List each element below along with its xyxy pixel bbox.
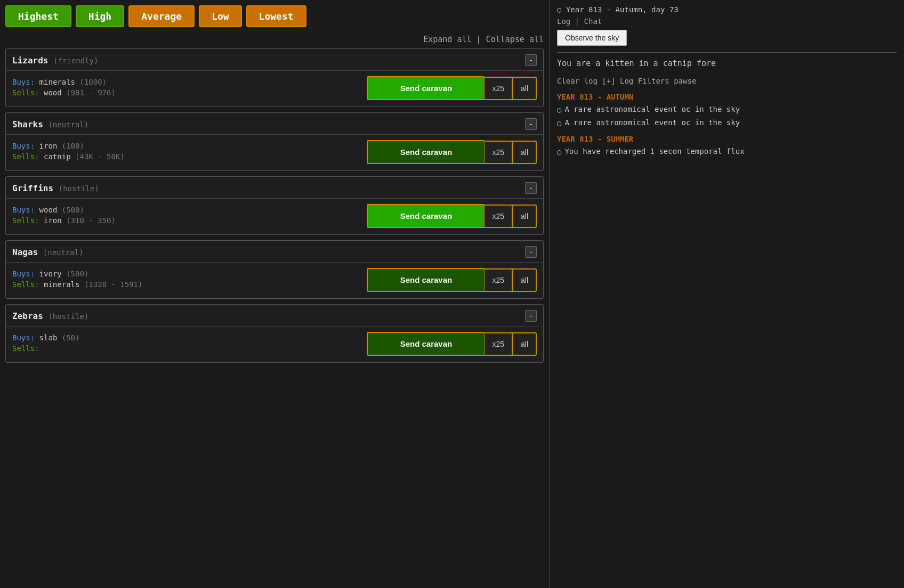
log-filters-link[interactable]: [+] Log Filters xyxy=(602,77,669,85)
race-actions: Send caravanx25all xyxy=(367,140,537,164)
race-header-sharks: Sharks (neutral)- xyxy=(6,113,543,135)
expand-collapse-bar: Expand all | Collapse all xyxy=(5,35,544,44)
log-event-text: A rare astronomical event oc in the sky xyxy=(564,104,740,116)
race-header-griffins: Griffins (hostile)- xyxy=(6,177,543,199)
log-event: ○You have recharged 1 secon temporal flu… xyxy=(557,146,897,158)
expand-all-link[interactable]: Expand all xyxy=(423,35,471,44)
log-chat-line: Log | Chat xyxy=(557,17,897,26)
sells-line: Sells: wood (901 - 976) xyxy=(12,88,358,97)
race-body: Buys: minerals (1000)Sells: wood (901 - … xyxy=(6,71,543,107)
filter-btn-lowest[interactable]: Lowest xyxy=(246,5,306,27)
quantity-button[interactable]: x25 xyxy=(484,77,513,100)
sells-resource: wood xyxy=(44,88,62,97)
divider xyxy=(557,52,897,53)
sells-range: (310 - 350) xyxy=(66,216,116,225)
race-name: Sharks (neutral) xyxy=(12,119,88,129)
sells-range: (901 - 976) xyxy=(66,88,116,97)
sells-label: Sells: xyxy=(12,88,39,97)
quantity-button[interactable]: x25 xyxy=(484,205,513,228)
observe-sky-button[interactable]: Observe the sky xyxy=(557,30,627,46)
buys-line: Buys: ivory (500) xyxy=(12,270,358,278)
log-event: ○A rare astronomical event oc in the sky xyxy=(557,104,897,116)
all-button[interactable]: all xyxy=(513,268,537,292)
race-collapse-button[interactable]: - xyxy=(525,182,537,194)
race-name: Nagas (neutral) xyxy=(12,247,84,257)
race-info: Buys: wood (500)Sells: iron (310 - 350) xyxy=(12,206,358,227)
all-button[interactable]: all xyxy=(513,332,537,356)
race-header-zebras: Zebras (hostile)- xyxy=(6,305,543,326)
race-list: Lizards (friendly)-Buys: minerals (1000)… xyxy=(5,48,544,363)
year-title: Year 813 - Autumn, day 73 xyxy=(566,5,679,14)
all-button[interactable]: all xyxy=(513,205,537,228)
buys-resource: slab xyxy=(39,333,58,342)
race-body: Buys: wood (500)Sells: iron (310 - 350)S… xyxy=(6,199,543,234)
filter-btn-high[interactable]: High xyxy=(76,5,124,27)
sells-line: Sells: iron (310 - 350) xyxy=(12,216,358,225)
send-caravan-button[interactable]: Send caravan xyxy=(367,204,484,228)
race-disposition: (hostile) xyxy=(59,184,99,193)
clear-log-link[interactable]: Clear log xyxy=(557,77,598,85)
filter-btn-average[interactable]: Average xyxy=(128,5,195,27)
buys-label: Buys: xyxy=(12,142,35,150)
race-name: Griffins (hostile) xyxy=(12,183,99,193)
race-collapse-button[interactable]: - xyxy=(525,310,537,322)
log-section-1: YEAR 813 - SUMMER○You have recharged 1 s… xyxy=(557,135,897,158)
sells-resource: minerals xyxy=(44,280,79,289)
log-dot-icon: ○ xyxy=(557,147,561,158)
chat-link[interactable]: Chat xyxy=(584,17,602,26)
right-panel: ○ Year 813 - Autumn, day 73 Log | Chat O… xyxy=(549,0,904,588)
buys-label: Buys: xyxy=(12,78,35,86)
race-block-griffins: Griffins (hostile)-Buys: wood (500)Sells… xyxy=(5,176,544,235)
race-disposition: (neutral) xyxy=(48,120,88,129)
log-event: ○A rare astronomical event oc in the sky xyxy=(557,118,897,129)
race-name: Zebras (hostile) xyxy=(12,311,88,321)
filter-btn-low[interactable]: Low xyxy=(199,5,242,27)
sells-range: (43K - 50K) xyxy=(75,152,125,161)
race-actions: Send caravanx25all xyxy=(367,332,537,356)
buys-label: Buys: xyxy=(12,333,35,342)
clear-log-line: Clear log [+] Log Filters pawse xyxy=(557,77,897,85)
log-section-header: YEAR 813 - SUMMER xyxy=(557,135,897,143)
race-collapse-button[interactable]: - xyxy=(525,54,537,66)
buys-resource: iron xyxy=(39,142,58,150)
separator: | xyxy=(575,17,584,26)
race-disposition: (hostile) xyxy=(48,312,88,321)
log-dot-icon: ○ xyxy=(557,118,561,129)
quantity-button[interactable]: x25 xyxy=(484,141,513,164)
log-event-text: A rare astronomical event oc in the sky xyxy=(564,118,740,129)
buys-amount: (50) xyxy=(62,333,80,342)
send-caravan-button[interactable]: Send caravan xyxy=(367,140,484,164)
race-collapse-button[interactable]: - xyxy=(525,246,537,258)
buys-amount: (500) xyxy=(66,270,88,278)
race-collapse-button[interactable]: - xyxy=(525,118,537,130)
quantity-button[interactable]: x25 xyxy=(484,332,513,356)
game-description: You are a kitten in a catnip fore xyxy=(557,58,897,69)
pawse-link[interactable]: pawse xyxy=(674,77,696,85)
separator: | xyxy=(477,35,486,44)
send-caravan-button[interactable]: Send caravan xyxy=(367,332,484,356)
all-button[interactable]: all xyxy=(513,77,537,100)
race-body: Buys: iron (100)Sells: catnip (43K - 50K… xyxy=(6,135,543,170)
buys-amount: (1000) xyxy=(79,78,107,86)
buys-resource: ivory xyxy=(39,270,62,278)
send-caravan-button[interactable]: Send caravan xyxy=(367,268,484,292)
year-line: ○ Year 813 - Autumn, day 73 xyxy=(557,5,897,14)
sells-line: Sells: xyxy=(12,344,358,353)
race-info: Buys: slab (50)Sells: xyxy=(12,333,358,355)
race-disposition: (neutral) xyxy=(43,248,84,257)
collapse-all-link[interactable]: Collapse all xyxy=(486,35,544,44)
send-caravan-button[interactable]: Send caravan xyxy=(367,76,484,100)
all-button[interactable]: all xyxy=(513,141,537,164)
buys-label: Buys: xyxy=(12,206,35,214)
filter-btn-highest[interactable]: Highest xyxy=(5,5,71,27)
race-block-sharks: Sharks (neutral)-Buys: iron (100)Sells: … xyxy=(5,112,544,171)
quantity-button[interactable]: x25 xyxy=(484,268,513,292)
buys-line: Buys: iron (100) xyxy=(12,142,358,150)
sells-range: (1328 - 1591) xyxy=(84,280,143,289)
buys-line: Buys: wood (500) xyxy=(12,206,358,214)
log-link[interactable]: Log xyxy=(557,17,570,26)
sells-label: Sells: xyxy=(12,216,39,225)
filter-bar: HighestHighAverageLowLowest xyxy=(5,5,544,27)
sells-line: Sells: catnip (43K - 50K) xyxy=(12,152,358,161)
race-actions: Send caravanx25all xyxy=(367,268,537,292)
